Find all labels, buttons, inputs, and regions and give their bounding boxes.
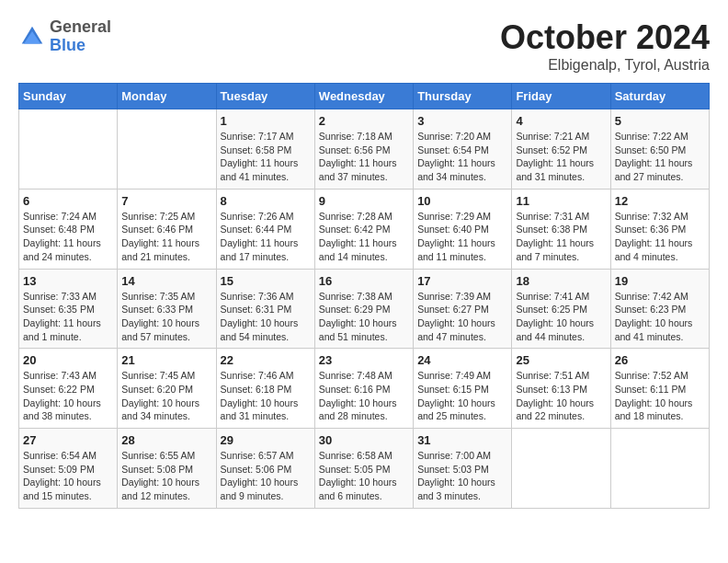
day-number: 5 <box>615 114 705 128</box>
weekday-header: Thursday <box>414 84 512 109</box>
calendar-week-row: 20Sunrise: 7:43 AMSunset: 6:22 PMDayligh… <box>19 349 710 429</box>
day-number: 31 <box>417 433 507 447</box>
calendar-day-cell: 18Sunrise: 7:41 AMSunset: 6:25 PMDayligh… <box>512 269 610 349</box>
calendar-day-cell: 5Sunrise: 7:22 AMSunset: 6:50 PMDaylight… <box>610 109 709 190</box>
day-number: 20 <box>23 353 113 367</box>
day-info: Sunrise: 6:55 AMSunset: 5:08 PMDaylight:… <box>121 449 211 503</box>
day-number: 23 <box>319 353 409 367</box>
logo-icon <box>18 23 46 51</box>
day-number: 13 <box>23 274 113 288</box>
day-info: Sunrise: 6:57 AMSunset: 5:06 PMDaylight:… <box>221 449 311 503</box>
day-info: Sunrise: 7:42 AMSunset: 6:23 PMDaylight:… <box>615 290 705 344</box>
calendar-day-cell: 13Sunrise: 7:33 AMSunset: 6:35 PMDayligh… <box>19 269 118 349</box>
calendar-day-cell: 16Sunrise: 7:38 AMSunset: 6:29 PMDayligh… <box>314 269 413 349</box>
calendar-day-cell <box>512 429 610 509</box>
calendar-day-cell: 23Sunrise: 7:48 AMSunset: 6:16 PMDayligh… <box>314 349 413 429</box>
logo: General Blue <box>18 18 111 55</box>
day-number: 24 <box>417 353 507 367</box>
day-info: Sunrise: 7:38 AMSunset: 6:29 PMDaylight:… <box>319 290 409 344</box>
day-info: Sunrise: 7:25 AMSunset: 6:46 PMDaylight:… <box>121 210 211 264</box>
weekday-header: Monday <box>118 84 216 109</box>
day-info: Sunrise: 7:31 AMSunset: 6:38 PMDaylight:… <box>516 210 606 264</box>
day-number: 8 <box>221 194 311 208</box>
day-info: Sunrise: 7:18 AMSunset: 6:56 PMDaylight:… <box>319 130 409 184</box>
calendar-day-cell: 1Sunrise: 7:17 AMSunset: 6:58 PMDaylight… <box>216 109 314 190</box>
weekday-header: Wednesday <box>314 84 413 109</box>
calendar-week-row: 27Sunrise: 6:54 AMSunset: 5:09 PMDayligh… <box>19 429 710 509</box>
day-number: 25 <box>516 353 606 367</box>
day-number: 28 <box>121 433 211 447</box>
day-number: 16 <box>319 274 409 288</box>
day-number: 29 <box>221 433 311 447</box>
calendar-header-row: SundayMondayTuesdayWednesdayThursdayFrid… <box>19 84 710 109</box>
day-info: Sunrise: 7:00 AMSunset: 5:03 PMDaylight:… <box>417 449 507 503</box>
day-info: Sunrise: 7:22 AMSunset: 6:50 PMDaylight:… <box>615 130 705 184</box>
day-info: Sunrise: 7:41 AMSunset: 6:25 PMDaylight:… <box>516 290 606 344</box>
day-number: 6 <box>23 194 113 208</box>
calendar-day-cell: 21Sunrise: 7:45 AMSunset: 6:20 PMDayligh… <box>118 349 216 429</box>
day-number: 2 <box>319 114 409 128</box>
day-info: Sunrise: 7:52 AMSunset: 6:11 PMDaylight:… <box>615 369 705 423</box>
calendar-day-cell: 11Sunrise: 7:31 AMSunset: 6:38 PMDayligh… <box>512 189 610 269</box>
day-number: 21 <box>121 353 211 367</box>
day-info: Sunrise: 7:48 AMSunset: 6:16 PMDaylight:… <box>319 369 409 423</box>
calendar-day-cell: 4Sunrise: 7:21 AMSunset: 6:52 PMDaylight… <box>512 109 610 190</box>
weekday-header: Tuesday <box>216 84 314 109</box>
day-info: Sunrise: 7:45 AMSunset: 6:20 PMDaylight:… <box>121 369 211 423</box>
weekday-header: Saturday <box>610 84 709 109</box>
calendar-day-cell: 24Sunrise: 7:49 AMSunset: 6:15 PMDayligh… <box>414 349 512 429</box>
weekday-header: Sunday <box>19 84 118 109</box>
calendar-day-cell: 29Sunrise: 6:57 AMSunset: 5:06 PMDayligh… <box>216 429 314 509</box>
calendar-week-row: 13Sunrise: 7:33 AMSunset: 6:35 PMDayligh… <box>19 269 710 349</box>
page-header: General Blue October 2024 Elbigenalp, Ty… <box>18 18 710 74</box>
weekday-header: Friday <box>512 84 610 109</box>
calendar-day-cell: 9Sunrise: 7:28 AMSunset: 6:42 PMDaylight… <box>314 189 413 269</box>
calendar-day-cell <box>19 109 118 190</box>
calendar-day-cell: 14Sunrise: 7:35 AMSunset: 6:33 PMDayligh… <box>118 269 216 349</box>
calendar-week-row: 1Sunrise: 7:17 AMSunset: 6:58 PMDaylight… <box>19 109 710 190</box>
calendar-day-cell <box>118 109 216 190</box>
day-info: Sunrise: 7:43 AMSunset: 6:22 PMDaylight:… <box>23 369 113 423</box>
day-info: Sunrise: 7:26 AMSunset: 6:44 PMDaylight:… <box>221 210 311 264</box>
day-info: Sunrise: 7:51 AMSunset: 6:13 PMDaylight:… <box>516 369 606 423</box>
calendar-day-cell: 27Sunrise: 6:54 AMSunset: 5:09 PMDayligh… <box>19 429 118 509</box>
calendar-day-cell: 6Sunrise: 7:24 AMSunset: 6:48 PMDaylight… <box>19 189 118 269</box>
day-info: Sunrise: 7:49 AMSunset: 6:15 PMDaylight:… <box>417 369 507 423</box>
day-number: 7 <box>121 194 211 208</box>
calendar-day-cell: 7Sunrise: 7:25 AMSunset: 6:46 PMDaylight… <box>118 189 216 269</box>
day-info: Sunrise: 7:24 AMSunset: 6:48 PMDaylight:… <box>23 210 113 264</box>
day-number: 3 <box>417 114 507 128</box>
day-number: 26 <box>615 353 705 367</box>
page-title: October 2024 <box>500 18 710 57</box>
calendar-day-cell: 20Sunrise: 7:43 AMSunset: 6:22 PMDayligh… <box>19 349 118 429</box>
calendar-day-cell: 22Sunrise: 7:46 AMSunset: 6:18 PMDayligh… <box>216 349 314 429</box>
day-info: Sunrise: 7:29 AMSunset: 6:40 PMDaylight:… <box>417 210 507 264</box>
calendar-day-cell: 15Sunrise: 7:36 AMSunset: 6:31 PMDayligh… <box>216 269 314 349</box>
day-info: Sunrise: 6:54 AMSunset: 5:09 PMDaylight:… <box>23 449 113 503</box>
logo-blue-text: Blue <box>50 36 85 54</box>
title-block: October 2024 Elbigenalp, Tyrol, Austria <box>500 18 710 74</box>
logo-general-text: General <box>50 17 111 36</box>
day-number: 22 <box>221 353 311 367</box>
day-number: 9 <box>319 194 409 208</box>
day-number: 10 <box>417 194 507 208</box>
calendar-day-cell: 10Sunrise: 7:29 AMSunset: 6:40 PMDayligh… <box>414 189 512 269</box>
day-number: 27 <box>23 433 113 447</box>
day-info: Sunrise: 7:39 AMSunset: 6:27 PMDaylight:… <box>417 290 507 344</box>
day-number: 4 <box>516 114 606 128</box>
calendar-day-cell: 26Sunrise: 7:52 AMSunset: 6:11 PMDayligh… <box>610 349 709 429</box>
day-info: Sunrise: 7:32 AMSunset: 6:36 PMDaylight:… <box>615 210 705 264</box>
calendar-day-cell <box>610 429 709 509</box>
day-number: 11 <box>516 194 606 208</box>
day-info: Sunrise: 7:20 AMSunset: 6:54 PMDaylight:… <box>417 130 507 184</box>
day-number: 18 <box>516 274 606 288</box>
calendar-day-cell: 31Sunrise: 7:00 AMSunset: 5:03 PMDayligh… <box>414 429 512 509</box>
calendar-week-row: 6Sunrise: 7:24 AMSunset: 6:48 PMDaylight… <box>19 189 710 269</box>
day-number: 19 <box>615 274 705 288</box>
day-info: Sunrise: 7:21 AMSunset: 6:52 PMDaylight:… <box>516 130 606 184</box>
calendar-day-cell: 19Sunrise: 7:42 AMSunset: 6:23 PMDayligh… <box>610 269 709 349</box>
day-info: Sunrise: 7:28 AMSunset: 6:42 PMDaylight:… <box>319 210 409 264</box>
calendar-day-cell: 8Sunrise: 7:26 AMSunset: 6:44 PMDaylight… <box>216 189 314 269</box>
day-number: 17 <box>417 274 507 288</box>
day-info: Sunrise: 7:35 AMSunset: 6:33 PMDaylight:… <box>121 290 211 344</box>
